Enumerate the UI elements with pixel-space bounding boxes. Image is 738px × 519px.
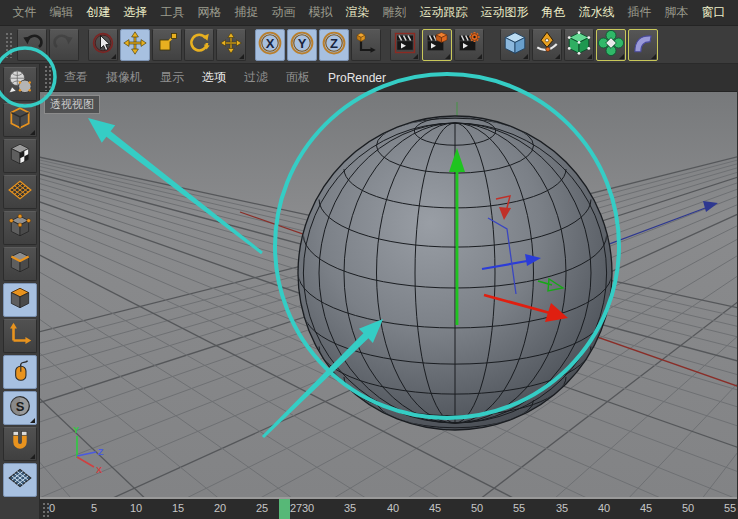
timeline-tick-0[interactable]: 0 <box>49 502 55 514</box>
polygons-mode-button[interactable] <box>3 283 37 317</box>
rotate-tool-button[interactable] <box>184 29 214 61</box>
menubar-item-9[interactable]: 渲染 <box>339 0 376 25</box>
timeline-tick-16[interactable]: 50 <box>682 502 694 514</box>
menubar-item-1[interactable]: 编辑 <box>43 0 80 25</box>
viewport-scene: Y Z X <box>40 92 737 497</box>
model-mode-button[interactable] <box>3 103 37 137</box>
timeline-tick-7[interactable]: 30 <box>302 502 314 514</box>
coordinate-system-button[interactable] <box>351 29 381 61</box>
enable-axis-button[interactable] <box>3 319 37 353</box>
lock-x-axis-button[interactable]: X <box>255 29 285 61</box>
menubar-item-17[interactable]: 窗口 <box>695 0 732 25</box>
menubar-item-11[interactable]: 运动跟踪 <box>413 0 474 25</box>
enable-snap-button[interactable] <box>3 427 37 461</box>
redo-button[interactable] <box>49 29 79 61</box>
lock-y-axis-button[interactable]: Y <box>287 29 317 61</box>
points-mode-icon <box>7 213 33 243</box>
menubar-item-8[interactable]: 模拟 <box>302 0 339 25</box>
undo-button[interactable] <box>17 29 47 61</box>
timeline-playhead[interactable] <box>279 499 290 519</box>
timeline-tick-10[interactable]: 45 <box>429 502 441 514</box>
menubar-item-3[interactable]: 选择 <box>117 0 154 25</box>
timeline-tick-5[interactable]: 25 <box>256 502 268 514</box>
timeline-tick-11[interactable]: 50 <box>471 502 483 514</box>
timeline-tick-17[interactable]: 55 <box>724 502 736 514</box>
viewport-menu-item-1[interactable]: 摄像机 <box>97 69 151 86</box>
tweak-mode-button[interactable] <box>3 355 37 389</box>
deformer-bend-icon <box>630 30 656 60</box>
menubar-item-18[interactable]: 帮助 <box>732 0 738 25</box>
edges-mode-button[interactable] <box>3 247 37 281</box>
menubar-item-7[interactable]: 动画 <box>265 0 302 25</box>
texture-mode-button[interactable] <box>3 139 37 173</box>
coordinate-system-icon <box>354 31 378 59</box>
viewport-solo-button[interactable]: S <box>3 391 37 425</box>
viewport-menu-item-2[interactable]: 显示 <box>151 69 193 86</box>
make-editable-button[interactable] <box>3 67 37 101</box>
svg-text:Y: Y <box>298 35 307 50</box>
viewport-menu-drag-handle[interactable] <box>44 65 52 91</box>
timeline-tick-3[interactable]: 15 <box>172 502 184 514</box>
viewport-menu-item-6[interactable]: ProRender <box>319 71 395 85</box>
texture-mode-icon <box>7 141 33 171</box>
menubar-item-14[interactable]: 流水线 <box>572 0 621 25</box>
generators-icon <box>598 30 624 60</box>
render-to-picture-viewer-button[interactable] <box>422 29 452 61</box>
pen-spline-tool-button[interactable] <box>532 29 562 61</box>
viewport-menu-bar: 查看摄像机显示选项过滤面板ProRender <box>40 64 737 92</box>
viewport-menu-item-4[interactable]: 过滤 <box>235 69 277 86</box>
workplane-snap-button[interactable] <box>3 463 37 497</box>
enable-axis-icon <box>7 321 33 351</box>
menubar-item-10[interactable]: 雕刻 <box>376 0 413 25</box>
timeline-ruler[interactable]: 0510152025273035404550553540455055 <box>40 497 737 519</box>
subdivision-surface-button[interactable] <box>564 29 594 61</box>
viewport-menu-item-3[interactable]: 选项 <box>193 69 235 86</box>
view-axis-x-label: X <box>96 465 102 475</box>
generators-button[interactable] <box>596 29 626 61</box>
render-picture-viewer-icon <box>425 31 449 59</box>
menubar-item-5[interactable]: 网格 <box>191 0 228 25</box>
scale-icon <box>155 31 179 59</box>
timeline-tick-4[interactable]: 20 <box>214 502 226 514</box>
viewport-view-label[interactable]: 透视视图 <box>44 95 100 114</box>
menubar-item-4[interactable]: 工具 <box>154 0 191 25</box>
timeline-tick-2[interactable]: 10 <box>130 502 142 514</box>
timeline-tick-13[interactable]: 35 <box>556 502 568 514</box>
menubar-item-2[interactable]: 创建 <box>80 0 117 25</box>
menubar-item-13[interactable]: 角色 <box>535 0 572 25</box>
timeline-tick-9[interactable]: 40 <box>387 502 399 514</box>
view-axis-z-label: Z <box>98 447 104 457</box>
live-selection-button[interactable] <box>88 29 118 61</box>
timeline-tick-14[interactable]: 40 <box>598 502 610 514</box>
lock-z-axis-button[interactable]: Z <box>319 29 349 61</box>
timeline-tick-8[interactable]: 35 <box>344 502 356 514</box>
menubar-item-0[interactable]: 文件 <box>6 0 43 25</box>
last-used-tool-button[interactable] <box>216 29 246 61</box>
toolbar-drag-handle[interactable] <box>5 32 13 58</box>
view-axis-y-label: Y <box>73 425 79 435</box>
menubar-item-6[interactable]: 捕捉 <box>228 0 265 25</box>
scale-tool-button[interactable] <box>152 29 182 61</box>
menubar-item-15[interactable]: 插件 <box>621 0 658 25</box>
move-icon <box>123 31 147 59</box>
move-tool-button[interactable] <box>120 29 150 61</box>
add-cube-object-button[interactable] <box>500 29 530 61</box>
points-mode-button[interactable] <box>3 211 37 245</box>
rotate-icon <box>187 31 211 59</box>
deformers-button[interactable] <box>628 29 658 61</box>
menubar-item-16[interactable]: 脚本 <box>658 0 695 25</box>
render-view-button[interactable] <box>390 29 420 61</box>
timeline-tick-15[interactable]: 45 <box>640 502 652 514</box>
viewport-menu-item-5[interactable]: 面板 <box>277 69 319 86</box>
workplane-mode-button[interactable] <box>3 175 37 209</box>
menubar-item-12[interactable]: 运动图形 <box>474 0 535 25</box>
viewport-menu-item-0[interactable]: 查看 <box>55 69 97 86</box>
timeline-tick-1[interactable]: 5 <box>91 502 97 514</box>
subdivision-surface-icon <box>566 30 592 60</box>
render-settings-button[interactable] <box>454 29 484 61</box>
timeline-tick-12[interactable]: 55 <box>513 502 525 514</box>
viewport-perspective[interactable]: 透视视图 <box>40 92 737 497</box>
render-view-icon <box>393 31 417 59</box>
timeline-tick-6[interactable]: 27 <box>290 502 302 514</box>
workplane-snap-icon <box>7 465 33 495</box>
